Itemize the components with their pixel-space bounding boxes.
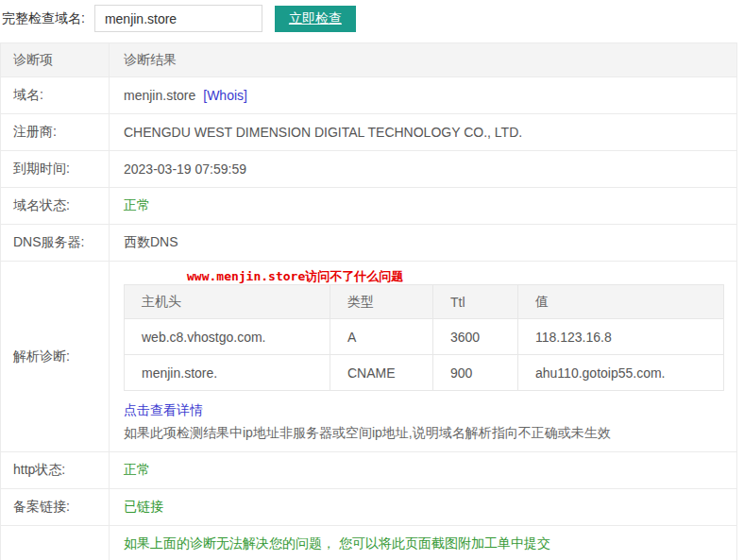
inner-header-value: 值 [518,285,724,319]
domain-input-label: 完整检查域名: [2,10,85,27]
diagnostic-table: 诊断项 诊断结果 域名: menjin.store[Whois] 注册商: CH… [0,42,737,560]
row-label: DNS服务器: [1,225,110,262]
http-status-badge: 正常 [124,462,150,477]
icp-link-status: 已链接 [124,499,163,514]
domain-input[interactable] [94,5,262,32]
header-result: 诊断结果 [110,43,737,77]
table-row-registrar: 注册商: CHENGDU WEST DIMENSION DIGITAL TECH… [1,114,737,151]
row-label: 备案链接: [1,489,110,526]
row-label: http状态: [1,452,110,489]
record-value: ahu110.gotoip55.com. [518,355,724,391]
inner-header-type: 类型 [330,285,433,319]
table-row-domain: 域名: menjin.store[Whois] [1,77,737,114]
footer-note: 如果上面的诊断无法解决您的问题， 您可以将此页面截图附加工单中提交 [124,535,550,551]
check-now-button[interactable]: 立即检查 [275,6,356,32]
header-item: 诊断项 [1,43,110,77]
dns-value: 西数DNS [110,225,737,262]
row-label: 解析诊断: [1,262,110,452]
row-label: 到期时间: [1,151,110,188]
record-value: 118.123.16.8 [518,319,724,355]
record-host: web.c8.vhostgo.com. [125,319,330,355]
inner-header-ttl: Ttl [433,285,518,319]
record-ttl: 900 [433,355,518,391]
table-header-row: 诊断项 诊断结果 [1,43,737,77]
whois-link[interactable]: [Whois] [203,88,247,103]
record-type: CNAME [330,355,433,391]
inner-header-row: 主机头 类型 Ttl 值 [125,285,724,319]
resolution-note: 如果此项检测结果中ip地址非服务器或空间ip地址,说明域名解析指向不正确或未生效 [124,423,722,442]
table-row-domain-status: 域名状态: 正常 [1,188,737,225]
row-label: 域名状态: [1,188,110,225]
domain-check-form: 完整检查域名: 立即检查 [0,0,744,42]
red-watermark-text: www.menjin.store访问不了什么问题 [187,269,722,283]
table-row-dns: DNS服务器: 西数DNS [1,225,737,262]
record-host: menjin.store. [125,355,330,391]
inner-header-host: 主机头 [125,285,330,319]
table-row-footer-note: 如果上面的诊断无法解决您的问题， 您可以将此页面截图附加工单中提交 [1,526,737,560]
table-row-expiry: 到期时间: 2023-03-19 07:59:59 [1,151,737,188]
view-details-link[interactable]: 点击查看详情 [124,402,203,419]
domain-value: menjin.store [124,88,195,103]
dns-record-row: menjin.store. CNAME 900 ahu110.gotoip55.… [125,355,724,391]
dns-records-table: 主机头 类型 Ttl 值 web.c8.vhostgo.com. A 3600 … [124,284,724,391]
empty-label-cell [1,526,110,560]
expiry-value: 2023-03-19 07:59:59 [110,151,737,188]
row-label: 域名: [1,77,110,114]
record-ttl: 3600 [433,319,518,355]
dns-record-row: web.c8.vhostgo.com. A 3600 118.123.16.8 [125,319,724,355]
record-type: A [330,319,433,355]
table-row-icp-link: 备案链接: 已链接 [1,489,737,526]
row-label: 注册商: [1,114,110,151]
registrar-value: CHENGDU WEST DIMENSION DIGITAL TECHNOLOG… [110,114,737,151]
table-row-resolution: 解析诊断: www.menjin.store访问不了什么问题 主机头 类型 Tt… [1,262,737,452]
domain-status-badge: 正常 [124,197,150,212]
table-row-http-status: http状态: 正常 [1,452,737,489]
